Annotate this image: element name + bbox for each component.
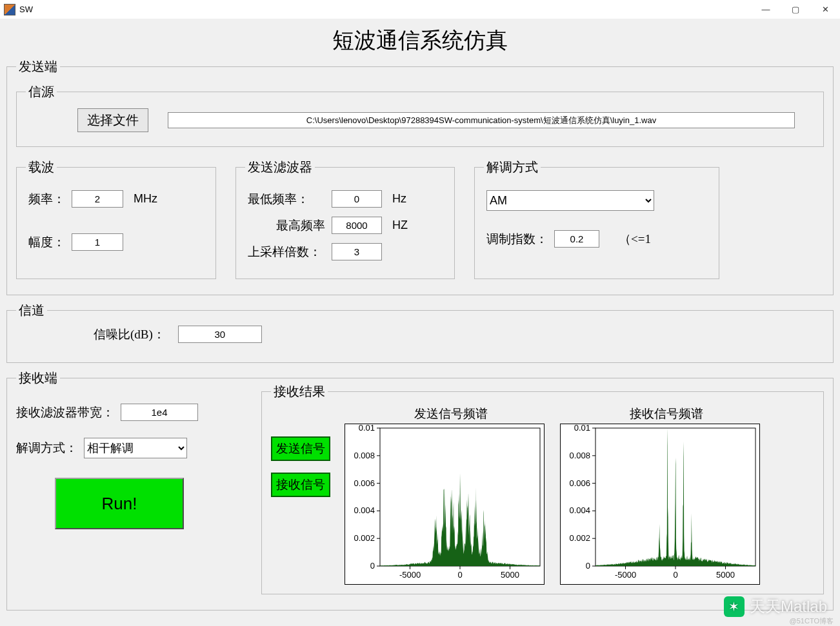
svg-text:-5000: -5000 [399,570,421,580]
tx-filter-panel: 发送滤波器 最低频率： Hz 最高频率 HZ 上采样倍数： [235,159,455,279]
svg-text:0.002: 0.002 [354,533,375,543]
modulation-panel: 解调方式 AM 调制指数： （<=1 [474,159,719,279]
channel-panel: 信道 信噪比(dB)： [6,302,834,363]
results-panel: 接收结果 发送信号 接收信号 发送信号频谱 00.0020.0040.0060.… [261,383,824,594]
tx-low-unit: Hz [392,192,406,206]
svg-text:0: 0 [586,561,590,571]
channel-legend: 信道 [16,302,47,319]
rx-plot-title: 接收信号频谱 [560,406,773,422]
source-panel: 信源 选择文件 [16,83,824,147]
carrier-freq-label: 频率： [28,191,65,208]
svg-text:0.006: 0.006 [569,478,590,488]
svg-text:0.01: 0.01 [574,424,590,433]
snr-label: 信噪比(dB)： [94,326,165,343]
tx-plot-title: 发送信号频谱 [345,406,557,422]
carrier-panel: 载波 频率： MHz 幅度： [16,159,216,279]
tx-filter-legend: 发送滤波器 [245,159,315,176]
transmitter-panel: 发送端 信源 选择文件 载波 频率： MHz 幅度： [6,58,834,295]
rx-demod-label: 解调方式： [16,440,77,456]
modulation-select[interactable]: AM [486,190,654,211]
rx-spectrum-axes: 00.0020.0040.0060.0080.01-500005000 [560,424,760,585]
rx-bw-label: 接收滤波器带宽： [16,404,114,421]
carrier-freq-unit: MHz [134,192,157,206]
results-legend: 接收结果 [271,383,328,400]
mod-index-label: 调制指数： [486,231,548,248]
app-icon [4,4,15,15]
window-titlebar: SW — ▢ ✕ [0,0,840,19]
file-path-field[interactable] [168,112,795,128]
svg-text:0.01: 0.01 [359,424,375,433]
svg-text:5000: 5000 [501,570,519,580]
svg-text:5000: 5000 [716,570,735,580]
transmitter-legend: 发送端 [16,58,60,75]
tx-low-label: 最低频率： [248,191,325,208]
snr-field[interactable] [178,326,262,343]
mod-index-hint: （<=1 [619,231,651,248]
svg-text:0.004: 0.004 [569,505,590,515]
carrier-freq-field[interactable] [72,190,123,208]
page-title: 短波通信系统仿真 [6,26,834,55]
tx-spectrum-axes: 00.0020.0040.0060.0080.01-500005000 [345,424,545,585]
tx-upsample-label: 上采样倍数： [248,244,325,260]
tx-high-label: 最高频率 [248,217,325,234]
receiver-panel: 接收端 接收滤波器带宽： 解调方式： 相干解调 Run! 接收结果 发送信 [6,369,834,611]
tx-high-field[interactable] [332,217,382,234]
rx-spectrum-plot: 接收信号频谱 00.0020.0040.0060.0080.01-5000050… [560,406,773,585]
modulation-legend: 解调方式 [484,159,541,176]
svg-text:0.008: 0.008 [354,451,375,460]
carrier-legend: 载波 [26,159,57,176]
svg-text:0: 0 [673,570,677,580]
window-title: SW [19,5,33,14]
mod-index-field[interactable] [554,230,599,248]
receiver-legend: 接收端 [16,369,60,387]
svg-text:0.002: 0.002 [569,533,590,543]
close-button[interactable]: ✕ [810,0,840,19]
carrier-amp-label: 幅度： [28,234,65,251]
carrier-amp-field[interactable] [72,233,123,251]
svg-text:-5000: -5000 [615,570,636,580]
choose-file-button[interactable]: 选择文件 [77,108,148,132]
rx-bw-field[interactable] [121,404,198,421]
svg-text:0.008: 0.008 [569,451,590,460]
tx-upsample-field[interactable] [332,243,382,260]
tx-spectrum-plot: 发送信号频谱 00.0020.0040.0060.0080.01-5000050… [345,406,557,585]
svg-text:0.004: 0.004 [354,505,375,515]
svg-text:0.006: 0.006 [354,478,375,488]
minimize-button[interactable]: — [751,0,781,19]
maximize-button[interactable]: ▢ [781,0,810,19]
rx-signal-button[interactable]: 接收信号 [271,473,330,497]
rx-demod-select[interactable]: 相干解调 [84,438,187,458]
tx-high-unit: HZ [392,219,408,232]
tx-signal-button[interactable]: 发送信号 [271,436,330,461]
run-button[interactable]: Run! [55,478,184,529]
source-legend: 信源 [26,83,57,101]
svg-text:0: 0 [457,570,462,580]
watermark-sub: @51CTO博客 [790,616,834,626]
figure-body: 短波通信系统仿真 发送端 信源 选择文件 载波 频率： MHz 幅度： [0,19,840,626]
tx-low-field[interactable] [332,190,382,208]
svg-text:0: 0 [370,561,375,571]
